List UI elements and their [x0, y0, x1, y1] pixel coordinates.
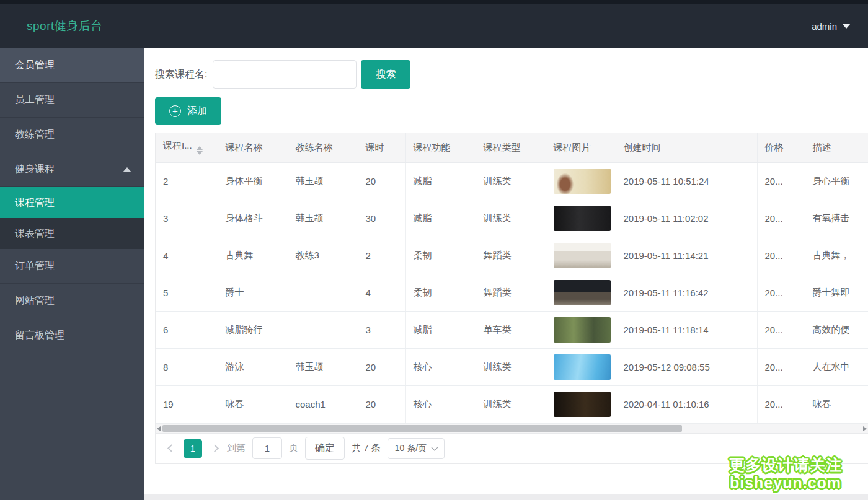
table-cell: 古典舞，: [805, 237, 868, 274]
sort-icon[interactable]: [197, 146, 203, 155]
table-body: 2身体平衡韩玉颉20减脂训练类2019-05-11 10:51:2420...身…: [156, 162, 868, 423]
table-cell: 2019-05-11 11:18:14: [616, 311, 757, 348]
table-cell: 咏春: [218, 385, 288, 423]
sidebar-subitem-label: 课表管理: [15, 227, 55, 240]
sidebar-item[interactable]: 员工管理: [0, 83, 144, 118]
sidebar-item[interactable]: 教练管理: [0, 118, 144, 152]
table-cell: [546, 237, 616, 274]
table-cell: 训练类: [476, 348, 546, 385]
search-label: 搜索课程名:: [155, 68, 207, 81]
scroll-right-icon[interactable]: [863, 426, 867, 431]
column-header: 价格: [757, 133, 805, 162]
table-cell: 2019-05-11 11:02:02: [616, 200, 757, 237]
search-button[interactable]: 搜索: [361, 60, 410, 89]
table-cell: [546, 311, 616, 348]
column-header-label: 价格: [765, 142, 784, 152]
table-cell: 咏春: [805, 385, 868, 423]
sidebar-item-label: 教练管理: [15, 128, 55, 141]
table-card: 课程I...课程名称教练名称课时课程功能课程类型课程图片创建时间价格描述 2身体…: [155, 133, 868, 464]
table-cell: 身体平衡: [218, 162, 288, 200]
sidebar-item[interactable]: 健身课程: [0, 152, 144, 187]
app-logo: sport健身后台: [27, 18, 103, 34]
current-page-button[interactable]: 1: [184, 439, 202, 458]
table-cell: 有氧搏击: [805, 200, 868, 237]
table-cell: 核心: [405, 348, 476, 385]
column-header: 课程类型: [476, 133, 546, 162]
table-cell: 2019-05-11 11:14:21: [616, 237, 757, 274]
table-cell: 5: [156, 274, 218, 311]
table-row: 2身体平衡韩玉颉20减脂训练类2019-05-11 10:51:2420...身…: [156, 162, 868, 200]
table-cell: 减脂: [405, 200, 476, 237]
table-cell: 舞蹈类: [476, 237, 546, 274]
table-cell: 柔韧: [405, 237, 476, 274]
column-header-label: 创建时间: [624, 142, 661, 152]
table-cell: 4: [156, 237, 218, 274]
table-cell: 3: [156, 200, 218, 237]
horizontal-scrollbar[interactable]: [156, 423, 868, 433]
plus-circle-icon: +: [169, 105, 181, 117]
sidebar-subitem[interactable]: 课表管理: [0, 218, 144, 249]
table-cell: 韩玉颉: [288, 162, 358, 200]
scroll-left-icon[interactable]: [157, 426, 161, 431]
chevron-down-icon: [842, 24, 851, 29]
sidebar-subitem-label: 课程管理: [15, 196, 55, 209]
add-button[interactable]: + 添加: [155, 97, 221, 125]
sidebar-item[interactable]: 留言板管理: [0, 318, 144, 353]
search-input[interactable]: [213, 60, 356, 89]
chevron-up-icon: [123, 167, 131, 172]
table-cell: 教练3: [288, 237, 358, 274]
table-cell: [288, 311, 358, 348]
goto-page-input[interactable]: [252, 437, 282, 459]
column-header[interactable]: 课程I...: [156, 133, 218, 162]
table-cell: 2: [156, 162, 218, 200]
next-page-button[interactable]: [209, 445, 220, 451]
table-cell: 爵士: [218, 274, 288, 311]
sidebar-item-label: 员工管理: [15, 94, 55, 107]
table-cell: 20: [358, 385, 405, 423]
course-image: [554, 317, 611, 343]
chevron-down-icon: [431, 444, 438, 450]
goto-prefix-label: 到第: [227, 442, 246, 454]
table-cell: 爵士舞即: [805, 274, 868, 311]
column-header-label: 课时: [366, 142, 384, 152]
prev-page-button[interactable]: [166, 445, 177, 451]
sidebar-item[interactable]: 订单管理: [0, 249, 144, 284]
table-cell: 柔韧: [405, 274, 476, 311]
table-cell: 舞蹈类: [476, 274, 546, 311]
table-row: 3身体格斗韩玉颉30减脂训练类2019-05-11 11:02:0220...有…: [156, 200, 868, 237]
table-cell: 3: [358, 311, 405, 348]
column-header: 课程图片: [546, 133, 616, 162]
course-image: [554, 206, 611, 231]
column-header-label: 课程名称: [226, 142, 263, 152]
chevron-right-icon: [211, 444, 219, 452]
table-cell: 训练类: [476, 162, 546, 200]
table-cell: [546, 385, 616, 423]
sidebar-item[interactable]: 网站管理: [0, 284, 144, 318]
user-name: admin: [812, 21, 837, 32]
column-header: 教练名称: [288, 133, 358, 162]
table-cell: 身心平衡: [805, 162, 868, 200]
scrollbar-thumb[interactable]: [162, 425, 682, 432]
sidebar-item[interactable]: 会员管理: [0, 48, 144, 83]
table-cell: 单车类: [476, 311, 546, 348]
table-cell: 韩玉颉: [288, 200, 358, 237]
user-menu[interactable]: admin: [812, 21, 851, 32]
table-cell: 6: [156, 311, 218, 348]
course-image: [554, 169, 611, 194]
watermark-line1: 更多设计请关注: [729, 456, 842, 474]
table-row: 5爵士4柔韧舞蹈类2019-05-11 11:16:4220...爵士舞即: [156, 274, 868, 311]
column-header-label: 教练名称: [296, 142, 333, 152]
table-cell: [546, 274, 616, 311]
table-cell: 训练类: [476, 385, 546, 423]
table-cell: 身体格斗: [218, 200, 288, 237]
table-cell: 2019-05-12 09:08:55: [616, 348, 757, 385]
table-cell: [546, 348, 616, 385]
course-image: [554, 392, 611, 417]
column-header-label: 课程I...: [163, 140, 192, 151]
page-size-value: 10 条/页: [395, 443, 427, 454]
sidebar-subitem[interactable]: 课程管理: [0, 187, 144, 218]
table-cell: 4: [358, 274, 405, 311]
confirm-button[interactable]: 确定: [305, 437, 345, 460]
add-button-label: 添加: [187, 105, 207, 118]
page-size-select[interactable]: 10 条/页: [388, 438, 445, 459]
